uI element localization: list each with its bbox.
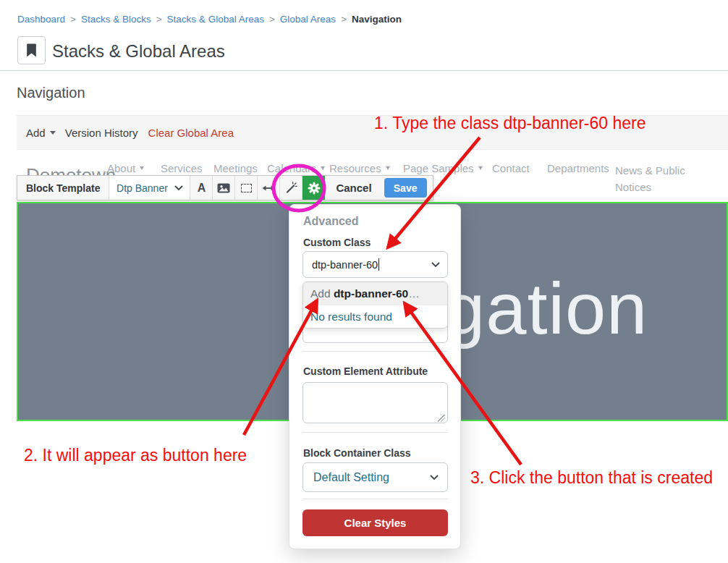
chevron-down-icon [174,185,183,191]
add-label: Add [26,127,46,139]
divider [302,432,448,433]
advanced-settings-gear-button[interactable] [302,176,325,200]
breadcrumb-link-stacks-blocks[interactable]: Stacks & Blocks [81,14,151,25]
design-button[interactable] [235,176,258,200]
breadcrumb-link-stacks-global-areas[interactable]: Stacks & Global Areas [167,14,264,25]
caret-down-icon [140,166,144,170]
breadcrumb-separator: > [156,14,162,25]
nav-item-about[interactable]: About [107,162,144,174]
save-button[interactable]: Save [384,178,427,198]
nav-item-meetings[interactable]: Meetings [213,162,258,174]
horizontal-arrows-icon [262,185,275,192]
image-button[interactable] [213,176,235,200]
block-edit-toolbar: Block Template Dtp Banner A [17,175,433,200]
breadcrumb-separator: > [269,14,275,25]
add-menu-button[interactable]: Add [26,127,56,139]
text-cursor [378,258,379,271]
breadcrumb-current: Navigation [352,14,402,25]
custom-class-input[interactable]: dtp-banner-60 [302,251,448,278]
resize-button[interactable] [258,176,280,200]
breadcrumb-link-global-areas[interactable]: Global Areas [280,14,336,25]
nav-item-page-samples[interactable]: Page Samples [403,162,483,174]
custom-class-label: Custom Class [303,237,371,248]
chevron-down-icon [430,475,439,481]
caret-down-icon [321,166,325,170]
custom-class-value: dtp-banner-60 [312,259,378,271]
breadcrumb-link-dashboard[interactable]: Dashboard [17,14,65,25]
gear-icon [308,182,321,195]
text-style-button[interactable]: A [190,176,213,200]
dropdown-option-add-class[interactable]: Add dtp-banner-60… [303,282,447,305]
popover-heading: Advanced [303,215,358,228]
letter-a-icon: A [198,182,206,195]
annotation-step1: 1. Type the class dtp-banner-60 here [374,114,646,133]
block-container-class-select[interactable]: Default Setting [302,462,448,492]
breadcrumb-separator: > [70,14,76,25]
magic-wand-icon [285,182,297,194]
caret-down-icon [50,131,56,135]
header-divider [0,70,728,71]
block-container-class-value: Default Setting [313,471,430,484]
stacks-global-areas-page: Dashboard > Stacks & Blocks > Stacks & G… [0,0,728,563]
chevron-down-icon [431,262,440,268]
caret-down-icon [478,166,483,170]
breadcrumb-separator: > [341,14,347,25]
version-history-button[interactable]: Version History [65,127,138,139]
page-title: Stacks & Global Areas [52,41,225,62]
nav-item-departments[interactable]: Departments [547,162,609,174]
caret-down-icon [386,166,390,170]
nav-item-contact[interactable]: Contact [492,162,530,174]
nav-item-news-public-notices[interactable]: News & Public Notices [615,162,692,196]
clear-styles-button[interactable]: Clear Styles [302,509,448,536]
block-template-label: Block Template [17,176,109,200]
block-template-select[interactable]: Dtp Banner [109,176,190,200]
global-area-title: Navigation [17,85,85,101]
divider [302,351,448,352]
advanced-settings-popover: Advanced Custom Class dtp-banner-60 Add … [289,204,461,549]
breadcrumb: Dashboard > Stacks & Blocks > Stacks & G… [17,14,402,25]
dashed-box-icon [241,184,252,192]
annotation-step3: 3. Click the button that is created [470,468,713,488]
nav-item-resources[interactable]: Resources [329,162,390,174]
resize-handle-icon[interactable] [438,415,445,422]
divider [302,499,448,499]
image-icon [217,183,230,193]
custom-element-attribute-label: Custom Element Attribute [303,365,428,377]
block-container-class-label: Block Container Class [303,447,411,459]
annotation-step2: 2. It will appear as button here [24,446,247,465]
dropdown-no-results: No results found [303,305,447,328]
clear-global-area-button[interactable]: Clear Global Area [148,127,234,139]
custom-class-dropdown: Add dtp-banner-60… No results found [302,282,448,329]
styles-wand-button[interactable] [280,176,302,200]
nav-item-calendars[interactable]: Calendars [267,162,325,174]
cancel-button[interactable]: Cancel [325,176,382,200]
bookmark-icon [17,36,46,64]
nav-item-services[interactable]: Services [161,162,203,174]
custom-element-attribute-textarea[interactable] [302,382,448,423]
